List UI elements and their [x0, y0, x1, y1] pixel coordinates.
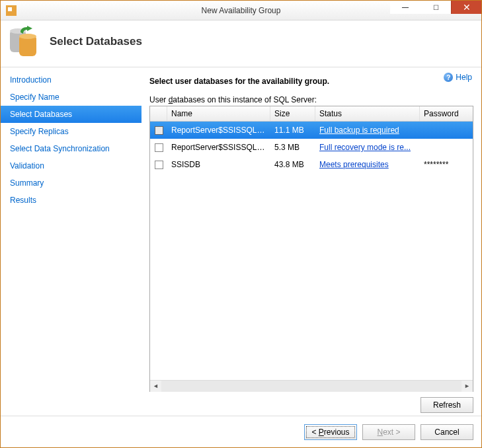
prev-pre: <: [311, 428, 318, 437]
help-link[interactable]: ? Help: [444, 73, 472, 82]
column-checkbox[interactable]: [150, 106, 167, 121]
wizard-nav: Introduction Specify Name Select Databas…: [1, 67, 141, 416]
prev-accel: P: [319, 428, 324, 437]
next-accel: N: [377, 428, 383, 437]
scroll-left-icon[interactable]: ◄: [150, 381, 161, 392]
scroll-track[interactable]: [161, 381, 462, 392]
wizard-body: Introduction Specify Name Select Databas…: [1, 67, 481, 416]
wizard-footer: < Previous Next > Cancel: [1, 416, 481, 447]
maximize-button[interactable]: ☐: [421, 1, 451, 14]
cell-password: ********: [420, 160, 473, 169]
next-button[interactable]: Next >: [362, 424, 415, 440]
wizard-main: ? Help Select user databases for the ava…: [141, 67, 481, 416]
row-checkbox[interactable]: [150, 143, 167, 152]
column-password[interactable]: Password: [420, 106, 473, 121]
grid-body: ReportServer$SSISSQLSER... 11.1 MB Full …: [150, 122, 473, 380]
nav-summary[interactable]: Summary: [1, 174, 141, 192]
status-link[interactable]: Meets prerequisites: [319, 160, 389, 169]
list-label-post: atabases on this instance of SQL Server:: [173, 95, 317, 104]
refresh-button[interactable]: Refresh: [421, 397, 473, 413]
cell-status: Full recovery mode is re...: [315, 143, 420, 152]
cell-name: ReportServer$SSISSQLSER...: [167, 126, 270, 135]
horizontal-scrollbar[interactable]: ◄ ►: [150, 380, 473, 391]
table-row[interactable]: SSISDB 43.8 MB Meets prerequisites *****…: [150, 156, 473, 173]
nav-select-data-sync[interactable]: Select Data Synchronization: [1, 140, 141, 157]
help-label: Help: [456, 73, 472, 82]
scroll-right-icon[interactable]: ►: [462, 381, 473, 392]
list-label: User databases on this instance of SQL S…: [149, 95, 473, 104]
instruction-text: Select user databases for the availabili…: [149, 77, 473, 86]
column-name[interactable]: Name: [167, 106, 270, 121]
nav-results[interactable]: Results: [1, 192, 141, 209]
cell-status: Full backup is required: [315, 126, 420, 135]
help-icon: ?: [444, 73, 453, 82]
nav-select-databases[interactable]: Select Databases: [1, 106, 141, 123]
database-grid: Name Size Status Password ReportServer$S…: [149, 106, 473, 392]
column-size[interactable]: Size: [270, 106, 315, 121]
status-link[interactable]: Full backup is required: [319, 126, 399, 135]
nav-specify-replicas[interactable]: Specify Replicas: [1, 123, 141, 140]
grid-header: Name Size Status Password: [150, 106, 473, 122]
wizard-icon: [10, 26, 42, 57]
minimize-button[interactable]: ─: [390, 1, 421, 14]
wizard-header: Select Databases: [1, 20, 481, 67]
cell-size: 43.8 MB: [270, 160, 315, 169]
cell-status: Meets prerequisites: [315, 160, 420, 169]
cell-name: SSISDB: [167, 160, 270, 169]
nav-introduction[interactable]: Introduction: [1, 71, 141, 89]
prev-post: revious: [324, 428, 350, 437]
column-status[interactable]: Status: [315, 106, 420, 121]
list-label-pre: User: [149, 95, 169, 104]
status-link[interactable]: Full recovery mode is re...: [319, 143, 411, 152]
previous-button[interactable]: < Previous: [304, 424, 357, 440]
close-button[interactable]: ✕: [451, 1, 481, 14]
cell-name: ReportServer$SSISSQLSER...: [167, 143, 270, 152]
table-row[interactable]: ReportServer$SSISSQLSER... 11.1 MB Full …: [150, 122, 473, 139]
refresh-row: Refresh: [149, 392, 473, 416]
cell-size: 5.3 MB: [270, 143, 315, 152]
next-post: ext >: [383, 428, 400, 437]
row-checkbox[interactable]: [150, 126, 167, 135]
cell-size: 11.1 MB: [270, 126, 315, 135]
nav-specify-name[interactable]: Specify Name: [1, 89, 141, 106]
titlebar: New Availability Group ─ ☐ ✕: [1, 1, 481, 20]
row-checkbox[interactable]: [150, 161, 167, 169]
page-title: Select Databases: [50, 35, 142, 48]
window-controls: ─ ☐ ✕: [390, 1, 481, 14]
nav-validation[interactable]: Validation: [1, 157, 141, 174]
table-row[interactable]: ReportServer$SSISSQLSER... 5.3 MB Full r…: [150, 139, 473, 156]
cancel-button[interactable]: Cancel: [421, 424, 473, 440]
